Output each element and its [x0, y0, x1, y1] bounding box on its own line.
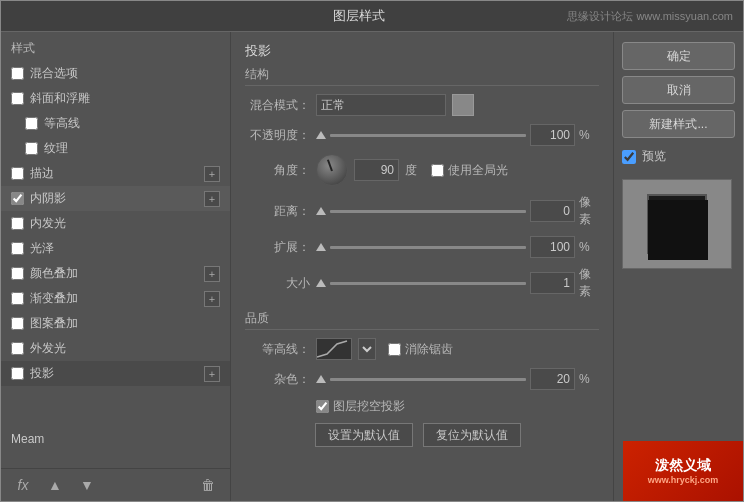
middle-panel: 投影 结构 混合模式： 正常 正片叠底 滤色 不透明度： % — [231, 32, 613, 501]
sidebar-item-inner-shadow[interactable]: 内阴影 + — [1, 186, 230, 211]
opacity-label: 不透明度： — [245, 127, 310, 144]
noise-row: 杂色： % — [245, 368, 599, 390]
noise-input[interactable] — [530, 368, 575, 390]
gradient-overlay-plus-btn[interactable]: + — [204, 291, 220, 307]
knockout-checkbox[interactable] — [316, 400, 329, 413]
sidebar-item-label: 投影 — [30, 365, 204, 382]
knockout-text: 图层挖空投影 — [333, 398, 405, 415]
opacity-slider-track[interactable] — [330, 134, 526, 137]
sidebar-item-blending[interactable]: 混合选项 — [1, 61, 230, 86]
spread-slider-track[interactable] — [330, 246, 526, 249]
noise-slider-thumb — [316, 375, 326, 383]
section-title: 投影 — [245, 42, 599, 60]
sidebar-item-pattern-overlay[interactable]: 图案叠加 — [1, 311, 230, 336]
preview-box — [622, 179, 732, 269]
watermark-corner-site: www.hryckj.com — [648, 475, 719, 485]
opacity-row: 不透明度： % — [245, 124, 599, 146]
contour-row: 等高线： 消除锯齿 — [245, 338, 599, 360]
contour-dropdown[interactable] — [358, 338, 376, 360]
watermark-corner: 泼然义域 www.hryckj.com — [623, 441, 743, 501]
sidebar-item-label: 内发光 — [30, 215, 220, 232]
sidebar-item-bevel[interactable]: 斜面和浮雕 — [1, 86, 230, 111]
sidebar-item-label: 内阴影 — [30, 190, 204, 207]
cancel-button[interactable]: 取消 — [622, 76, 735, 104]
bottom-buttons: 设置为默认值 复位为默认值 — [315, 423, 599, 447]
anti-alias-text: 消除锯齿 — [405, 341, 453, 358]
preview-checkbox[interactable] — [622, 150, 636, 164]
stroke-plus-btn[interactable]: + — [204, 166, 220, 182]
watermark: 思缘设计论坛 www.missyuan.com — [567, 9, 743, 24]
blend-mode-label: 混合模式： — [245, 97, 310, 114]
sidebar-item-contour[interactable]: 等高线 — [1, 111, 230, 136]
global-light-label[interactable]: 使用全局光 — [431, 162, 508, 179]
noise-unit: % — [579, 372, 599, 386]
bevel-checkbox[interactable] — [11, 92, 24, 105]
inner-shadow-plus-btn[interactable]: + — [204, 191, 220, 207]
global-light-checkbox[interactable] — [431, 164, 444, 177]
move-up-button[interactable]: ▲ — [43, 475, 67, 495]
spread-row: 扩展： % — [245, 236, 599, 258]
angle-unit: 度 — [405, 162, 425, 179]
inner-glow-checkbox[interactable] — [11, 217, 24, 230]
move-down-button[interactable]: ▼ — [75, 475, 99, 495]
watermark-corner-text: 泼然义域 — [648, 457, 719, 475]
sidebar-item-inner-glow[interactable]: 内发光 — [1, 211, 230, 236]
outer-glow-checkbox[interactable] — [11, 342, 24, 355]
sidebar-item-drop-shadow[interactable]: 投影 + — [1, 361, 230, 386]
new-style-button[interactable]: 新建样式... — [622, 110, 735, 138]
distance-slider-track[interactable] — [330, 210, 526, 213]
texture-checkbox[interactable] — [25, 142, 38, 155]
size-slider-thumb — [316, 279, 326, 287]
anti-alias-checkbox[interactable] — [388, 343, 401, 356]
sidebar-item-label: 图案叠加 — [30, 315, 220, 332]
set-default-button[interactable]: 设置为默认值 — [315, 423, 413, 447]
sidebar-item-outer-glow[interactable]: 外发光 — [1, 336, 230, 361]
spread-slider-container: % — [316, 236, 599, 258]
sidebar-item-color-overlay[interactable]: 颜色叠加 + — [1, 261, 230, 286]
bottom-space — [1, 386, 230, 426]
size-slider-track[interactable] — [330, 282, 526, 285]
blend-mode-select[interactable]: 正常 正片叠底 滤色 — [316, 94, 446, 116]
contour-preview[interactable] — [316, 338, 352, 360]
color-overlay-checkbox[interactable] — [11, 267, 24, 280]
sidebar-item-gradient-overlay[interactable]: 渐变叠加 + — [1, 286, 230, 311]
noise-slider-track[interactable] — [330, 378, 526, 381]
knockout-label[interactable]: 图层挖空投影 — [316, 398, 405, 415]
opacity-input[interactable] — [530, 124, 575, 146]
preview-checkbox-label[interactable]: 预览 — [622, 144, 735, 169]
blend-color-swatch[interactable] — [452, 94, 474, 116]
inner-shadow-checkbox[interactable] — [11, 192, 24, 205]
distance-slider-thumb — [316, 207, 326, 215]
fx-button[interactable]: fx — [11, 475, 35, 495]
size-unit: 像素 — [579, 266, 599, 300]
contour-checkbox[interactable] — [25, 117, 38, 130]
satin-checkbox[interactable] — [11, 242, 24, 255]
drop-shadow-checkbox[interactable] — [11, 367, 24, 380]
blending-checkbox[interactable] — [11, 67, 24, 80]
angle-label: 角度： — [245, 162, 310, 179]
noise-slider-container: % — [316, 368, 599, 390]
pattern-overlay-checkbox[interactable] — [11, 317, 24, 330]
knockout-row: 图层挖空投影 — [245, 398, 599, 415]
size-label: 大小 — [245, 275, 310, 292]
color-overlay-plus-btn[interactable]: + — [204, 266, 220, 282]
angle-input[interactable] — [354, 159, 399, 181]
drop-shadow-plus-btn[interactable]: + — [204, 366, 220, 382]
delete-button[interactable]: 🗑 — [196, 475, 220, 495]
blend-mode-row: 混合模式： 正常 正片叠底 滤色 — [245, 94, 599, 116]
preview-label: 预览 — [642, 148, 666, 165]
opacity-slider-container: % — [316, 124, 599, 146]
sidebar-item-texture[interactable]: 纹理 — [1, 136, 230, 161]
stroke-checkbox[interactable] — [11, 167, 24, 180]
ok-button[interactable]: 确定 — [622, 42, 735, 70]
size-input[interactable] — [530, 272, 575, 294]
distance-input[interactable] — [530, 200, 575, 222]
quality-section: 品质 等高线： 消除锯齿 — [245, 310, 599, 447]
anti-alias-label[interactable]: 消除锯齿 — [388, 341, 453, 358]
gradient-overlay-checkbox[interactable] — [11, 292, 24, 305]
reset-default-button[interactable]: 复位为默认值 — [423, 423, 521, 447]
angle-dial[interactable] — [316, 154, 348, 186]
spread-input[interactable] — [530, 236, 575, 258]
sidebar-item-satin[interactable]: 光泽 — [1, 236, 230, 261]
sidebar-item-stroke[interactable]: 描边 + — [1, 161, 230, 186]
